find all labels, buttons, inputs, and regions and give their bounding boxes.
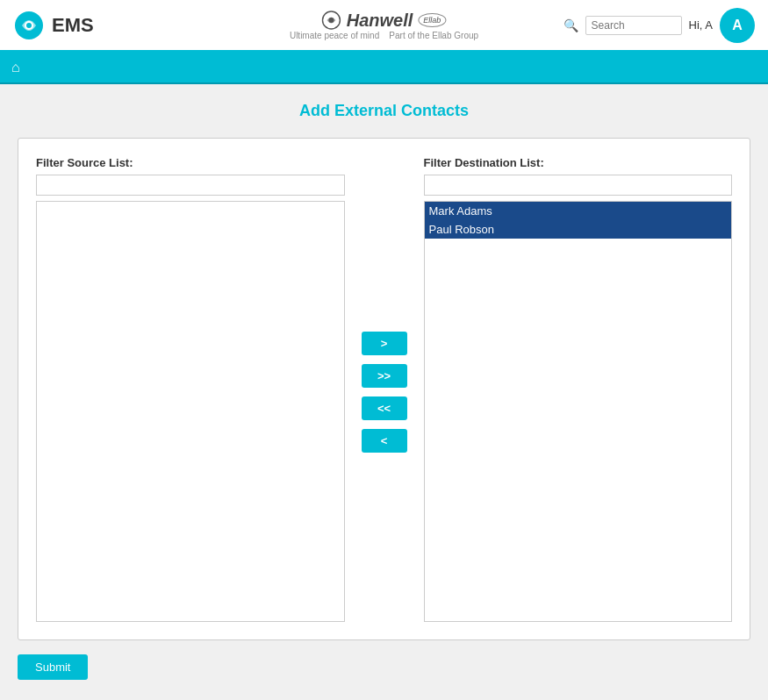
page-content: Add External Contacts Filter Source List… [0, 84, 768, 697]
destination-list-label: Filter Destination List: [424, 156, 733, 169]
destination-list-box[interactable]: Mark AdamsPaul Robson [424, 201, 733, 622]
ems-label: EMS [52, 14, 94, 37]
move-all-right-button[interactable]: >> [362, 364, 407, 388]
submit-button[interactable]: Submit [18, 654, 88, 680]
ems-logo: EMS [13, 10, 94, 41]
search-icon: 🔍 [563, 18, 578, 32]
source-list-label: Filter Source List: [36, 156, 345, 169]
destination-list-panel: Filter Destination List: Mark AdamsPaul … [424, 156, 733, 622]
source-filter-input[interactable] [36, 175, 345, 196]
ellab-badge: Ellab [418, 13, 446, 27]
main-panel: Filter Source List: > >> << < Filter Des… [18, 138, 750, 640]
svg-point-2 [26, 23, 32, 28]
page-title: Add External Contacts [18, 102, 750, 120]
hanwell-icon [322, 11, 341, 30]
hi-text: Hi, A [689, 18, 713, 32]
svg-point-4 [329, 18, 334, 23]
home-button[interactable]: ⌂ [4, 56, 27, 79]
header-right: 🔍 Hi, A A [563, 8, 755, 43]
move-all-left-button[interactable]: << [362, 396, 407, 420]
source-list-box[interactable] [36, 201, 345, 622]
destination-filter-input[interactable] [424, 175, 733, 196]
list-item[interactable]: Mark Adams [425, 202, 732, 220]
submit-section: Submit [18, 654, 750, 680]
nav-bar: ⌂ [0, 53, 768, 84]
header: EMS Hanwell Ellab Ultimate peace of mind… [0, 0, 768, 53]
destination-list-inner: Mark AdamsPaul Robson [425, 202, 732, 239]
move-left-button[interactable]: < [362, 429, 407, 453]
hanwell-logo: Hanwell Ellab [322, 11, 447, 31]
search-input[interactable] [585, 16, 682, 35]
source-list-panel: Filter Source List: [36, 156, 345, 622]
hanwell-branding: Hanwell Ellab Ultimate peace of mind Par… [290, 11, 478, 40]
avatar: A [720, 8, 755, 43]
hanwell-label: Hanwell [347, 11, 413, 31]
ems-icon [13, 10, 45, 41]
transfer-buttons: > >> << < [354, 156, 415, 453]
list-item[interactable]: Paul Robson [425, 220, 732, 239]
move-right-button[interactable]: > [362, 332, 407, 355]
home-icon: ⌂ [11, 60, 20, 75]
hanwell-sub: Ultimate peace of mind Part of the Ellab… [290, 31, 478, 40]
